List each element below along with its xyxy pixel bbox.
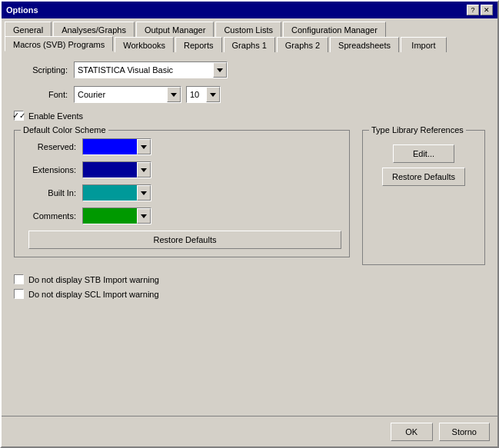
scripting-select-wrapper: STATISTICA Visual Basic	[74, 61, 228, 78]
tab-import[interactable]: Import	[401, 37, 447, 52]
font-select-wrapper: Courier 10	[74, 86, 221, 103]
font-size-value: 10	[190, 90, 199, 99]
scl-import-label: Do not display SCL Import warning	[28, 290, 159, 299]
built-in-color-select[interactable]	[82, 184, 151, 201]
tab-spreadsheets[interactable]: Spreadsheets	[330, 37, 399, 52]
tab-container: General Analyses/Graphs Output Manager C…	[2, 18, 497, 52]
tab-custom-lists[interactable]: Custom Lists	[215, 22, 281, 37]
reserved-label: Reserved:	[22, 142, 76, 151]
tab-graphs1[interactable]: Graphs 1	[224, 37, 275, 52]
comments-row: Comments:	[22, 207, 341, 224]
content-area: Scripting: STATISTICA Visual Basic Font:…	[2, 52, 497, 416]
scripting-dropdown-arrow[interactable]	[213, 62, 227, 78]
type-lib-restore-button[interactable]: Restore Defaults	[382, 168, 465, 186]
tab-row-1: General Analyses/Graphs Output Manager C…	[5, 22, 494, 37]
enable-events-checkbox[interactable]: ✓	[14, 111, 24, 121]
groups-row: Default Color Scheme Reserved: Extension…	[14, 130, 485, 265]
help-button[interactable]: ?	[467, 5, 479, 15]
built-in-color-arrow[interactable]	[137, 185, 151, 201]
font-value: Courier	[78, 90, 105, 99]
scripting-row: Scripting: STATISTICA Visual Basic	[14, 61, 485, 78]
comments-label: Comments:	[22, 211, 76, 221]
stb-import-row: Do not display STB Import warning	[14, 274, 485, 284]
font-label: Font:	[14, 90, 68, 99]
extensions-color-swatch	[83, 162, 137, 178]
enable-events-label: Enable Events	[28, 111, 83, 121]
reserved-row: Reserved:	[22, 138, 341, 155]
stb-import-checkbox[interactable]	[14, 274, 24, 284]
reserved-color-swatch	[83, 139, 137, 154]
extensions-color-arrow[interactable]	[137, 162, 151, 178]
font-row: Font: Courier 10	[14, 86, 485, 103]
scripting-label: Scripting:	[14, 65, 68, 75]
close-button[interactable]: ✕	[481, 5, 493, 15]
font-size-select[interactable]: 10	[186, 86, 221, 103]
type-library-group: Type Library References Edit... Restore …	[362, 130, 485, 265]
title-bar-buttons: ? ✕	[467, 5, 493, 15]
reserved-color-arrow[interactable]	[137, 139, 151, 154]
stb-import-label: Do not display STB Import warning	[28, 275, 159, 284]
bottom-checkboxes: Do not display STB Import warning Do not…	[14, 274, 485, 299]
tab-general[interactable]: General	[5, 22, 52, 37]
extensions-row: Extensions:	[22, 161, 341, 178]
triangle-down-icon-3	[210, 93, 216, 97]
triangle-down-icon-4	[141, 145, 147, 149]
footer: OK Storno	[2, 416, 497, 446]
built-in-label: Built In:	[22, 188, 76, 197]
enable-events-row: ✓ Enable Events	[14, 111, 485, 121]
triangle-down-icon-5	[141, 168, 147, 172]
font-dropdown-arrow[interactable]	[167, 87, 181, 102]
comments-color-select[interactable]	[82, 207, 151, 224]
built-in-color-swatch	[83, 185, 137, 201]
comments-color-swatch	[83, 208, 137, 224]
extensions-color-select[interactable]	[82, 161, 151, 178]
scl-import-row: Do not display SCL Import warning	[14, 289, 485, 299]
scripting-select[interactable]: STATISTICA Visual Basic	[74, 61, 228, 78]
font-select[interactable]: Courier	[74, 86, 181, 103]
tab-macros[interactable]: Macros (SVB) Programs	[5, 36, 113, 51]
default-color-scheme-group: Default Color Scheme Reserved: Extension…	[14, 130, 350, 265]
font-size-dropdown-arrow[interactable]	[206, 87, 220, 102]
window-title: Options	[6, 5, 38, 15]
tab-reports[interactable]: Reports	[175, 37, 222, 52]
type-library-title: Type Library References	[369, 125, 466, 134]
type-library-box: Type Library References Edit... Restore …	[362, 130, 485, 265]
tab-workbooks[interactable]: Workbooks	[115, 37, 174, 52]
checkmark-icon: ✓	[12, 111, 19, 121]
triangle-down-icon-7	[141, 214, 147, 218]
triangle-down-icon-2	[171, 93, 177, 97]
cancel-button[interactable]: Storno	[439, 423, 490, 441]
type-lib-edit-button[interactable]: Edit...	[393, 144, 454, 163]
options-window: Options ? ✕ General Analyses/Graphs Outp…	[0, 0, 499, 448]
color-scheme-title: Default Color Scheme	[21, 125, 108, 134]
ok-button[interactable]: OK	[391, 423, 433, 441]
type-lib-buttons: Edit... Restore Defaults	[371, 138, 477, 192]
tab-configuration-manager[interactable]: Configuration Manager	[283, 22, 386, 37]
color-scheme-box: Default Color Scheme Reserved: Extension…	[14, 130, 350, 257]
tab-analyses-graphs[interactable]: Analyses/Graphs	[53, 22, 135, 37]
color-restore-button[interactable]: Restore Defaults	[28, 231, 341, 249]
reserved-color-select[interactable]	[82, 138, 151, 155]
triangle-down-icon-6	[141, 191, 147, 195]
tab-row-2: Macros (SVB) Programs Workbooks Reports …	[5, 37, 494, 52]
comments-color-arrow[interactable]	[137, 208, 151, 224]
tab-output-manager[interactable]: Output Manager	[136, 22, 215, 37]
scl-import-checkbox[interactable]	[14, 289, 24, 299]
title-bar: Options ? ✕	[2, 2, 497, 18]
extensions-label: Extensions:	[22, 165, 76, 174]
built-in-row: Built In:	[22, 184, 341, 201]
scripting-value: STATISTICA Visual Basic	[78, 65, 173, 75]
tab-graphs2[interactable]: Graphs 2	[277, 37, 328, 52]
triangle-down-icon	[217, 68, 223, 72]
color-restore-row: Restore Defaults	[28, 231, 341, 249]
